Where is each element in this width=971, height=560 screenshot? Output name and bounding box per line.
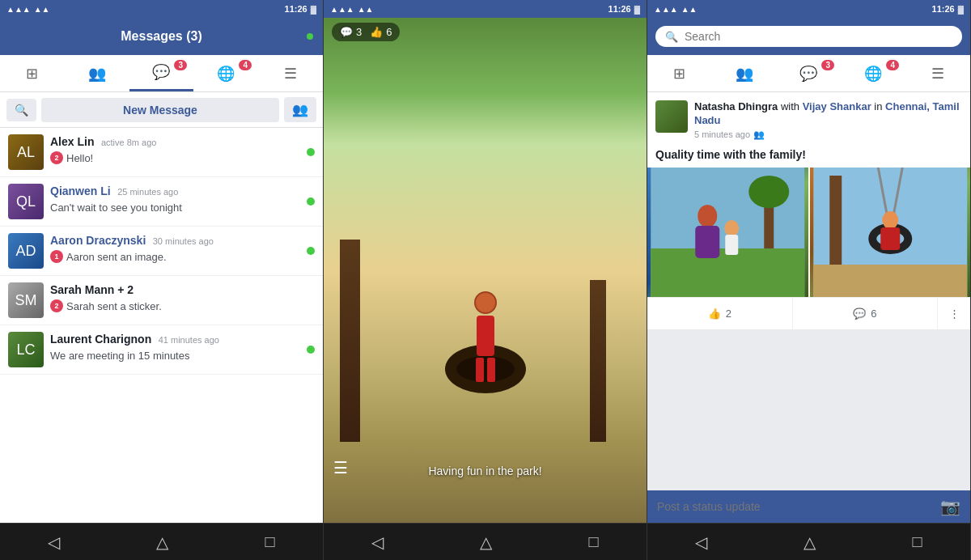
preview-row: 2 Sarah sent a sticker. [50, 299, 315, 312]
photo-stats: 💬 3 👍 6 [332, 23, 400, 41]
nav-messages-right[interactable]: 💬 3 [777, 55, 842, 91]
friends-icon: 👥 [88, 65, 106, 83]
photo-svg-2 [810, 168, 971, 297]
online-indicator [307, 148, 315, 156]
recent-button-right[interactable]: □ [899, 532, 935, 551]
newsfeed-panel: ▲▲▲ ▲▲ 11:26 ▓ 🔍 ⊞ 👥 💬 3 🌐 4 ☰ [647, 0, 971, 560]
home-nav-icon-mid: △ [480, 533, 492, 551]
feed-actions: 👍 2 💬 6 ⋮ [647, 297, 970, 329]
photo-container: 💬 3 👍 6 Having fun in the park! ☰ [324, 18, 647, 523]
wifi-icon-mid: ▲▲▲ [330, 5, 354, 14]
battery-icon: ▓ [311, 5, 316, 14]
preview-row: 1 Aaron sent an image. [50, 249, 315, 263]
message-preview: Sarah sent a sticker. [66, 300, 162, 312]
like-button[interactable]: 👍 2 [647, 298, 793, 329]
left-nav-bar: ⊞ 👥 💬 3 🌐 4 ☰ [0, 55, 323, 92]
feed-caption: Quality time with the family! [647, 145, 970, 168]
search-input[interactable] [685, 30, 952, 43]
back-button-mid[interactable]: ◁ [358, 532, 396, 552]
photo-menu-button[interactable]: ☰ [333, 458, 348, 477]
time-display-mid: 11:26 [608, 4, 631, 14]
recent-button[interactable]: □ [252, 532, 287, 551]
feed-time-text: 5 minutes ago [694, 129, 750, 139]
nav-notif-right[interactable]: 🌐 4 [841, 55, 905, 91]
list-item[interactable]: QL Qianwen Li 25 minutes ago Can't wait … [0, 177, 323, 227]
svg-point-6 [724, 220, 739, 236]
message-content: Sarah Mann + 2 2 Sarah sent a sticker. [50, 282, 315, 312]
feed-text: Natasha Dhingra with Vijay Shankar in Ch… [694, 100, 962, 140]
list-item[interactable]: AL Alex Lin active 8m ago 2 Hello! [0, 128, 323, 177]
feed-photo-1[interactable] [647, 168, 808, 297]
message-preview: We are meeting in 15 minutes [50, 350, 189, 362]
more-button[interactable]: ⋮ [938, 298, 970, 329]
list-item[interactable]: SM Sarah Mann + 2 2 Sarah sent a sticker… [0, 276, 323, 325]
status-icons: ▲▲▲ ▲▲ [6, 5, 50, 14]
post-status-input[interactable] [657, 500, 932, 513]
comment-stat: 💬 3 [340, 26, 362, 38]
nav-home[interactable]: ⊞ [0, 55, 65, 91]
messages-badge-right: 3 [821, 60, 834, 70]
nav-notifications[interactable]: 🌐 4 [193, 55, 258, 91]
home-button-right[interactable]: △ [791, 532, 829, 552]
recent-button-mid[interactable]: □ [575, 532, 611, 551]
feed-in-label: in [874, 100, 885, 112]
back-button[interactable]: ◁ [35, 532, 73, 552]
message-name: Laurent Charignon [50, 333, 151, 346]
avatar: AD [8, 233, 44, 269]
list-item[interactable]: AD Aaron Draczynski 30 minutes ago 1 Aar… [0, 227, 323, 276]
back-button-right[interactable]: ◁ [682, 532, 720, 552]
photo-panel: ▲▲▲ ▲▲ 11:26 ▓ [324, 0, 647, 560]
nav-menu[interactable]: ☰ [258, 55, 323, 91]
search-icon: 🔍 [15, 104, 28, 117]
right-nav-bar: ⊞ 👥 💬 3 🌐 4 ☰ [647, 55, 970, 92]
signal-icon-mid: ▲▲ [358, 5, 374, 14]
messages-icon: 💬 [152, 63, 170, 81]
list-item[interactable]: LC Laurent Charignon 41 minutes ago We a… [0, 325, 323, 375]
message-time: 25 minutes ago [117, 187, 178, 197]
svg-rect-10 [829, 176, 842, 265]
status-bar-left: ▲▲▲ ▲▲ 11:26 ▓ [0, 0, 323, 18]
status-icons-right: ▲▲▲ ▲▲ [654, 5, 698, 14]
message-content: Laurent Charignon 41 minutes ago We are … [50, 332, 315, 362]
comment-icon: 💬 [340, 26, 353, 38]
swing-scene [324, 18, 647, 523]
nav-messages[interactable]: 💬 3 [129, 55, 194, 91]
more-icon: ⋮ [949, 308, 960, 320]
status-bar-right: ▲▲▲ ▲▲ 11:26 ▓ [647, 0, 970, 18]
middle-bottom-nav: ◁ △ □ [324, 523, 647, 560]
new-message-button[interactable]: New Message [41, 98, 279, 122]
message-name: Aaron Draczynski [50, 234, 146, 247]
home-button-mid[interactable]: △ [467, 532, 505, 552]
camera-button[interactable]: 📷 [940, 497, 960, 516]
feed-author: Natasha Dhingra with Vijay Shankar in Ch… [694, 100, 962, 128]
feed-photo-2[interactable] [810, 168, 971, 297]
avatar: QL [8, 184, 44, 219]
photo-inner-2 [810, 168, 971, 297]
avatar: LC [8, 332, 44, 367]
messages-badge: 3 [174, 60, 187, 70]
avatar: SM [8, 282, 44, 318]
wifi-icon-right: ▲▲▲ [654, 5, 678, 14]
message-time: active 8m ago [101, 138, 156, 147]
preview-row: We are meeting in 15 minutes [50, 348, 315, 362]
search-box[interactable]: 🔍 [655, 26, 962, 47]
nav-friends[interactable]: 👥 [65, 55, 129, 91]
nav-home-right[interactable]: ⊞ [647, 55, 712, 91]
svg-point-14 [882, 211, 898, 229]
feed-card: Natasha Dhingra with Vijay Shankar in Ch… [647, 92, 970, 329]
message-time: 41 minutes ago [159, 335, 219, 345]
feed-photos [647, 168, 970, 297]
nav-friends-right[interactable]: 👥 [712, 55, 777, 91]
add-friend-button[interactable]: 👥 [284, 97, 316, 122]
like-count: 6 [386, 26, 392, 38]
message-content: Alex Lin active 8m ago 2 Hello! [50, 134, 315, 164]
comment-button[interactable]: 💬 6 [793, 298, 939, 329]
nav-menu-right[interactable]: ☰ [905, 55, 970, 91]
online-dot [307, 33, 313, 40]
message-name: Alex Lin [50, 135, 94, 148]
time-display: 11:26 [285, 4, 307, 14]
home-button[interactable]: △ [143, 532, 181, 552]
feed-with-name[interactable]: Vijay Shankar [803, 100, 871, 112]
status-time: 11:26 ▓ [285, 4, 316, 14]
search-button[interactable]: 🔍 [6, 99, 36, 121]
